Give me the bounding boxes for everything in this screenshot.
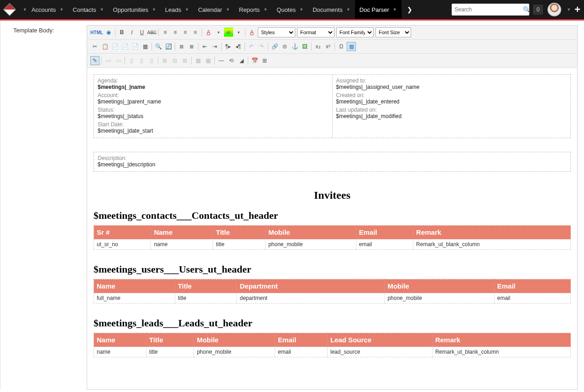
text-color-button[interactable]: A bbox=[204, 28, 213, 37]
text-color-caret-icon[interactable]: ▼ bbox=[214, 28, 223, 37]
indent-button[interactable]: ⇥ bbox=[210, 42, 219, 51]
font-size-select[interactable]: Font Size bbox=[375, 27, 411, 37]
paste-button[interactable]: 📄 bbox=[110, 42, 120, 51]
nav-item-calendar[interactable]: Calendar▼ bbox=[193, 0, 235, 19]
col-after-button[interactable]: ▯ bbox=[137, 56, 146, 65]
table-cell: email bbox=[494, 293, 570, 304]
template-button[interactable]: ⊞ bbox=[260, 56, 269, 65]
clean-button[interactable]: ⟲ bbox=[227, 56, 236, 65]
chevron-down-icon: ▼ bbox=[393, 7, 397, 12]
rtl-button[interactable]: ◂¶ bbox=[234, 42, 243, 51]
quick-create-icon[interactable]: + bbox=[571, 4, 584, 15]
paste-word-button[interactable]: 📄 bbox=[130, 42, 140, 51]
row-before-button[interactable]: ▭ bbox=[104, 56, 113, 65]
anchor-button[interactable]: ⚓ bbox=[290, 42, 299, 51]
chevron-down-icon: ▼ bbox=[346, 7, 350, 12]
left-panel: Template Body: bbox=[0, 21, 87, 390]
bold-button[interactable]: B bbox=[117, 28, 126, 37]
column-header: Name bbox=[94, 333, 146, 347]
nav-item-contacts[interactable]: Contacts▼ bbox=[68, 0, 108, 19]
superscript-button[interactable]: x² bbox=[323, 42, 333, 51]
special-char-button[interactable]: Ω bbox=[337, 42, 346, 51]
nav-item-reports[interactable]: Reports▼ bbox=[235, 0, 272, 19]
delete-col-button[interactable]: ▯ bbox=[147, 56, 156, 65]
find-button[interactable]: 🔍 bbox=[154, 42, 163, 51]
show-blocks-button[interactable]: ✎ bbox=[90, 56, 99, 65]
date-button[interactable]: 📅 bbox=[250, 56, 259, 65]
table-cell: title bbox=[213, 239, 266, 250]
app-logo[interactable] bbox=[0, 0, 19, 19]
number-list-button[interactable]: ≣ bbox=[187, 42, 196, 51]
table-cell: name bbox=[151, 239, 213, 250]
cut-button[interactable]: ✂ bbox=[90, 42, 99, 51]
help-icon[interactable]: ◉ bbox=[104, 28, 113, 37]
subscript-button[interactable]: x₂ bbox=[313, 42, 323, 51]
styles-select[interactable]: Styles bbox=[258, 27, 295, 37]
column-header: Remark bbox=[432, 333, 570, 347]
table-cell: department bbox=[237, 293, 385, 304]
column-header: Mobile bbox=[194, 333, 275, 347]
merge-cells-button[interactable]: ⊞ bbox=[160, 56, 169, 65]
align-center-button[interactable]: ≡ bbox=[171, 28, 180, 37]
ltr-button[interactable]: ¶▸ bbox=[224, 42, 233, 51]
nav-item-quotes[interactable]: Quotes▼ bbox=[272, 0, 308, 19]
logo-caret-icon[interactable]: ▼ bbox=[23, 7, 27, 12]
avatar[interactable] bbox=[548, 3, 561, 16]
undo-button[interactable]: ↶ bbox=[247, 42, 256, 51]
data-table: Sr #NameTitleMobileEmailRemarkut_sr_nona… bbox=[94, 225, 571, 250]
italic-button[interactable]: I bbox=[127, 28, 136, 37]
eraser-button[interactable]: ◢ bbox=[237, 56, 246, 65]
bg-color-button[interactable]: ab bbox=[224, 28, 233, 37]
font-family-select[interactable]: Font Family bbox=[336, 27, 374, 37]
global-search[interactable]: 🔍 bbox=[452, 4, 529, 15]
table-row: full_nametitledepartmentphone_mobileemai… bbox=[94, 293, 571, 304]
editor-body[interactable]: Agenda:$meetings|_|nameAccount:$meetings… bbox=[87, 68, 577, 389]
html-source-button[interactable]: HTML bbox=[90, 28, 103, 37]
bg-color-caret-icon[interactable]: ▼ bbox=[234, 28, 243, 37]
cell-props-button[interactable]: ▦ bbox=[203, 56, 213, 65]
field-value: $meetings|_|name bbox=[98, 84, 328, 90]
field-value: $meetings|_|assigned_user_name bbox=[336, 84, 567, 90]
select-all-button[interactable]: ▦ bbox=[141, 42, 150, 51]
table-cell: phone_mobile bbox=[385, 293, 494, 304]
align-justify-button[interactable]: ≡ bbox=[191, 28, 200, 37]
table-button[interactable]: ▦ bbox=[347, 42, 356, 51]
table-cell: email bbox=[356, 239, 413, 250]
search-icon[interactable]: 🔍 bbox=[523, 6, 531, 13]
col-before-button[interactable]: ▯ bbox=[127, 56, 136, 65]
row-after-button[interactable]: ▭ bbox=[114, 56, 123, 65]
format-select[interactable]: Format bbox=[297, 27, 334, 37]
hr-button[interactable]: — bbox=[217, 56, 226, 65]
nav-more-icon[interactable]: ❯ bbox=[402, 6, 418, 13]
table-cell: email bbox=[275, 347, 328, 357]
outdent-button[interactable]: ⇤ bbox=[200, 42, 209, 51]
template-body-label: Template Body: bbox=[13, 27, 83, 34]
table-props-button[interactable]: ▦ bbox=[193, 56, 203, 65]
copy-button[interactable]: 📋 bbox=[100, 42, 110, 51]
split-row-button[interactable]: ⊞ bbox=[180, 56, 189, 65]
nav-item-accounts[interactable]: Accounts▼ bbox=[27, 0, 68, 19]
bullet-list-button[interactable]: ≣ bbox=[177, 42, 186, 51]
replace-button[interactable]: 🔄 bbox=[164, 42, 173, 51]
redo-button[interactable]: ↷ bbox=[257, 42, 266, 51]
column-header: Name bbox=[151, 226, 213, 239]
align-right-button[interactable]: ≡ bbox=[181, 28, 190, 37]
link-button[interactable]: 🔗 bbox=[270, 42, 279, 51]
split-cells-button[interactable]: ⊟ bbox=[170, 56, 179, 65]
nav-item-opportunities[interactable]: Opportunities▼ bbox=[109, 0, 161, 19]
nav-item-documents[interactable]: Documents▼ bbox=[308, 0, 355, 19]
underline-button[interactable]: U bbox=[137, 28, 146, 37]
table-cell: phone_mobile bbox=[266, 239, 356, 250]
paste-text-button[interactable]: 📄 bbox=[120, 42, 130, 51]
image-button[interactable]: 🖼 bbox=[300, 42, 309, 51]
search-input[interactable] bbox=[454, 6, 523, 13]
strikethrough-button[interactable]: ABC bbox=[147, 28, 156, 37]
avatar-caret-icon[interactable]: ▼ bbox=[567, 7, 571, 12]
align-left-button[interactable]: ≡ bbox=[161, 28, 170, 37]
column-header: Lead Source bbox=[328, 333, 433, 347]
notification-badge[interactable]: 0 bbox=[533, 5, 543, 15]
nav-item-doc-parser[interactable]: Doc Parser▼ bbox=[355, 0, 402, 19]
unlink-button[interactable]: ⊘ bbox=[280, 42, 289, 51]
remove-format-button[interactable]: A bbox=[247, 28, 256, 37]
nav-item-leads[interactable]: Leads▼ bbox=[161, 0, 193, 19]
